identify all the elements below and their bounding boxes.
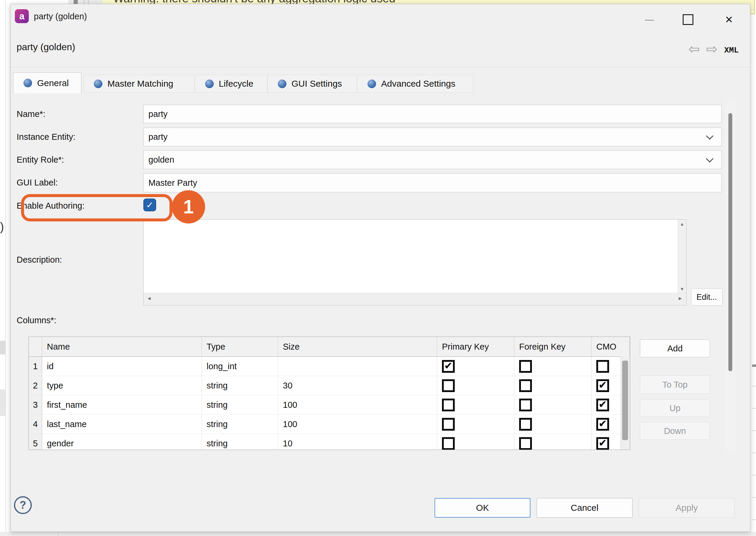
background-divider (84, 0, 84, 4)
edit-button-label: Edit... (696, 293, 717, 302)
row-number-header (29, 337, 42, 356)
table-row[interactable]: 3 first_name string 100 ✔ ✔ ✔ (29, 395, 630, 415)
cell-size: 30 (278, 376, 437, 395)
entity-role-label: Entity Role*: (16, 155, 64, 165)
ok-button[interactable]: OK (435, 498, 530, 518)
background-fragment (0, 389, 5, 416)
cell-name: id (42, 357, 202, 376)
column-header-size[interactable]: Size (278, 337, 437, 356)
button-label: Up (669, 403, 680, 413)
background-scrollbar-fragment (68, 0, 102, 4)
close-button[interactable]: ✕ (722, 13, 736, 27)
foreign-key-checkbox[interactable]: ✔ (519, 437, 532, 450)
tab-bullet-icon (368, 80, 376, 88)
move-down-button[interactable]: Down (640, 422, 710, 440)
primary-key-checkbox[interactable]: ✔ (442, 418, 455, 431)
tab-bullet-icon (278, 80, 286, 88)
description-label: Description: (16, 255, 62, 265)
button-label: To Top (663, 380, 688, 390)
check-icon: ✔ (598, 437, 607, 449)
tab-label: Lifecycle (219, 79, 253, 89)
tab-gui-settings[interactable]: GUI Settings (267, 75, 357, 93)
primary-key-checkbox[interactable]: ✔ (442, 379, 455, 392)
column-header-primary-key[interactable]: Primary Key (437, 337, 514, 356)
apply-button[interactable]: Apply (639, 498, 735, 518)
foreign-key-checkbox[interactable]: ✔ (519, 418, 532, 431)
tab-bullet-icon (94, 80, 102, 88)
description-horizontal-scrollbar[interactable]: ◄ ► (144, 293, 686, 305)
tab-general[interactable]: General (13, 72, 81, 93)
table-row[interactable]: 1 id long_int ✔ ✔ ✔ (29, 357, 630, 376)
cmo-checkbox[interactable]: ✔ (596, 379, 609, 392)
maximize-button[interactable] (681, 13, 695, 27)
cmo-checkbox[interactable]: ✔ (596, 360, 609, 373)
xml-view-button[interactable]: XML (724, 46, 739, 55)
button-label: OK (476, 503, 489, 513)
gui-label-label: GUI Label: (16, 178, 58, 187)
background-table-sliver (752, 14, 756, 532)
dialog-scrollbar-thumb[interactable] (728, 113, 732, 371)
minimize-button[interactable]: — (642, 13, 657, 27)
edit-description-button[interactable]: Edit... (691, 288, 722, 306)
cell-size: 100 (278, 415, 437, 434)
table-vertical-scrollbar[interactable] (621, 356, 630, 450)
cell-name: gender (42, 434, 202, 450)
table-row[interactable]: 5 gender string 10 ✔ ✔ ✔ (29, 434, 630, 450)
primary-key-checkbox[interactable]: ✔ (442, 360, 455, 373)
scroll-right-icon[interactable]: ► (678, 296, 683, 302)
column-header-foreign-key[interactable]: Foreign Key (514, 337, 592, 356)
background-bottom-strip (0, 532, 756, 536)
cmo-checkbox[interactable]: ✔ (596, 418, 609, 431)
tab-bullet-icon (23, 79, 32, 87)
foreign-key-checkbox[interactable]: ✔ (519, 399, 532, 411)
cmo-checkbox[interactable]: ✔ (596, 437, 609, 450)
cancel-button[interactable]: Cancel (537, 498, 633, 518)
background-table-line (752, 430, 756, 431)
move-up-button[interactable]: Up (640, 399, 710, 417)
cmo-checkbox[interactable]: ✔ (596, 399, 609, 411)
tab-lifecycle[interactable]: Lifecycle (195, 75, 267, 93)
scroll-up-icon[interactable]: ▲ (678, 221, 686, 226)
primary-key-checkbox[interactable]: ✔ (442, 437, 455, 450)
instance-entity-combobox[interactable]: party (143, 128, 722, 146)
add-column-button[interactable]: Add (640, 340, 710, 357)
scroll-down-icon[interactable]: ▼ (678, 286, 686, 291)
name-label: Name*: (16, 109, 46, 119)
page-title: party (golden) (16, 42, 75, 52)
background-scrollbar-thumb (74, 0, 78, 4)
tab-advanced-settings[interactable]: Advanced Settings (357, 75, 473, 93)
description-vertical-scrollbar[interactable]: ▲ ▼ (678, 219, 686, 293)
tab-master-matching[interactable]: Master Matching (83, 75, 195, 93)
background-fragment (0, 341, 5, 354)
help-button[interactable]: ? (14, 496, 32, 514)
row-number: 5 (29, 434, 42, 450)
column-header-name[interactable]: Name (42, 337, 202, 356)
tab-label: General (37, 78, 69, 88)
cell-name: type (42, 376, 202, 395)
check-icon: ✔ (598, 418, 607, 429)
table-scrollbar-thumb[interactable] (622, 361, 628, 440)
background-table-line (752, 475, 756, 476)
column-header-type[interactable]: Type (202, 337, 278, 356)
gui-label-input[interactable] (143, 173, 722, 192)
tab-label: GUI Settings (291, 79, 342, 89)
column-header-cmo[interactable]: CMO (592, 337, 630, 356)
foreign-key-checkbox[interactable]: ✔ (519, 360, 532, 373)
foreign-key-checkbox[interactable]: ✔ (519, 379, 532, 392)
to-top-button[interactable]: To Top (640, 376, 710, 394)
table-row[interactable]: 2 type string 30 ✔ ✔ ✔ (29, 376, 630, 395)
back-arrow-icon[interactable]: ⇦ (688, 42, 700, 56)
scroll-left-icon[interactable]: ◄ (147, 296, 152, 302)
forward-arrow-icon[interactable]: ⇨ (706, 42, 718, 56)
button-label: Cancel (571, 503, 598, 513)
entity-role-combobox[interactable]: golden (143, 151, 722, 169)
background-divider (88, 0, 89, 4)
table-row[interactable]: 4 last_name string 100 ✔ ✔ ✔ (29, 415, 630, 434)
close-icon: ✕ (725, 14, 734, 25)
description-textarea[interactable]: ▲ ▼ ◄ ► (143, 219, 687, 305)
name-input[interactable] (143, 105, 722, 123)
table-header-row: Name Type Size Primary Key Foreign Key C… (29, 337, 630, 357)
primary-key-checkbox[interactable]: ✔ (442, 399, 455, 411)
background-table-line (752, 519, 756, 520)
chevron-down-icon (706, 132, 713, 140)
